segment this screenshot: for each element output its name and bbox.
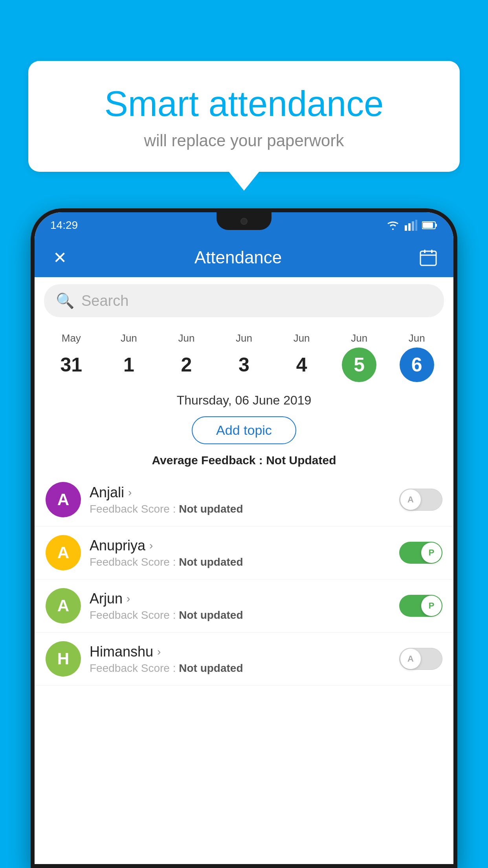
student-info: Anjali ›Feedback Score : Not updated: [90, 484, 391, 515]
date-item[interactable]: Jun5: [330, 332, 388, 382]
attendance-toggle[interactable]: A: [399, 489, 442, 511]
date-day: 6: [400, 348, 434, 382]
notch: [216, 212, 272, 230]
date-month: Jun: [121, 332, 137, 344]
svg-rect-1: [408, 223, 411, 231]
feedback-score: Feedback Score : Not updated: [90, 609, 391, 622]
wifi-icon: [386, 220, 400, 231]
student-item: HHimanshu ›Feedback Score : Not updatedA: [35, 633, 453, 686]
svg-rect-9: [431, 250, 433, 253]
student-info: Arjun ›Feedback Score : Not updated: [90, 590, 391, 622]
calendar-button[interactable]: [417, 246, 439, 268]
bubble-subtitle: will replace your paperwork: [48, 131, 440, 150]
student-name[interactable]: Arjun ›: [90, 590, 391, 607]
camera: [240, 218, 248, 225]
status-icons: [386, 220, 438, 231]
student-name[interactable]: Anupriya ›: [90, 537, 391, 554]
student-name[interactable]: Anjali ›: [90, 484, 391, 501]
avatar: A: [46, 535, 81, 570]
toggle-knob: A: [400, 489, 421, 510]
date-month: May: [62, 332, 81, 344]
student-item: AAnupriya ›Feedback Score : Not updatedP: [35, 526, 453, 579]
avatar: A: [46, 588, 81, 623]
date-day: 1: [112, 348, 146, 382]
svg-rect-0: [405, 225, 407, 231]
app-bar: ✕ Attendance: [35, 238, 453, 277]
status-time: 14:29: [50, 219, 78, 232]
date-month: Jun: [351, 332, 367, 344]
toggle-container[interactable]: A: [399, 648, 442, 670]
phone-frame: 14:29: [31, 208, 457, 868]
add-topic-container: Add topic: [35, 412, 453, 451]
toggle-knob: A: [400, 649, 421, 669]
app-bar-title: Attendance: [71, 248, 405, 267]
status-bar: 14:29: [35, 212, 453, 238]
toggle-knob: P: [421, 542, 442, 563]
svg-rect-2: [412, 221, 414, 231]
search-input[interactable]: Search: [81, 292, 128, 309]
search-container: 🔍 Search: [35, 277, 453, 324]
toggle-container[interactable]: P: [399, 595, 442, 617]
date-day: 5: [342, 348, 376, 382]
svg-rect-7: [420, 251, 436, 265]
date-item[interactable]: Jun6: [388, 332, 446, 382]
toggle-container[interactable]: P: [399, 542, 442, 564]
feedback-score: Feedback Score : Not updated: [90, 503, 391, 515]
svg-rect-6: [423, 223, 433, 228]
search-icon: 🔍: [56, 292, 74, 309]
date-day: 31: [54, 348, 88, 382]
toggle-container[interactable]: A: [399, 489, 442, 511]
date-item[interactable]: Jun3: [215, 332, 273, 382]
speech-bubble: Smart attendance will replace your paper…: [28, 61, 460, 172]
chevron-icon: ›: [149, 539, 153, 552]
svg-rect-3: [415, 220, 417, 231]
signal-icon: [405, 220, 417, 231]
avg-feedback: Average Feedback : Not Updated: [35, 451, 453, 473]
date-day: 2: [169, 348, 204, 382]
date-item[interactable]: Jun2: [158, 332, 215, 382]
date-row: May31Jun1Jun2Jun3Jun4Jun5Jun6: [35, 324, 453, 386]
close-button[interactable]: ✕: [49, 246, 71, 268]
chevron-icon: ›: [157, 645, 161, 658]
date-day: 3: [227, 348, 261, 382]
date-month: Jun: [294, 332, 310, 344]
student-item: AArjun ›Feedback Score : Not updatedP: [35, 579, 453, 633]
svg-rect-8: [424, 250, 426, 253]
date-month: Jun: [236, 332, 252, 344]
date-day: 4: [284, 348, 319, 382]
toggle-knob: P: [421, 596, 442, 616]
attendance-toggle[interactable]: A: [399, 648, 442, 670]
feedback-score: Feedback Score : Not updated: [90, 662, 391, 675]
avatar: H: [46, 641, 81, 677]
feedback-score: Feedback Score : Not updated: [90, 556, 391, 568]
date-item[interactable]: Jun1: [100, 332, 158, 382]
date-month: Jun: [178, 332, 194, 344]
avatar: A: [46, 482, 81, 517]
date-item[interactable]: May31: [42, 332, 100, 382]
chevron-icon: ›: [128, 486, 132, 499]
date-month: Jun: [409, 332, 425, 344]
battery-icon: [422, 221, 438, 230]
svg-rect-5: [435, 224, 437, 227]
student-info: Himanshu ›Feedback Score : Not updated: [90, 644, 391, 675]
student-list: AAnjali ›Feedback Score : Not updatedAAA…: [35, 473, 453, 686]
chevron-icon: ›: [127, 592, 130, 605]
add-topic-button[interactable]: Add topic: [192, 416, 296, 444]
search-bar[interactable]: 🔍 Search: [44, 284, 444, 317]
attendance-toggle[interactable]: P: [399, 542, 442, 564]
student-info: Anupriya ›Feedback Score : Not updated: [90, 537, 391, 568]
attendance-toggle[interactable]: P: [399, 595, 442, 617]
bubble-title: Smart attendance: [48, 85, 440, 123]
phone-inner: 14:29: [35, 212, 453, 864]
date-item[interactable]: Jun4: [273, 332, 330, 382]
student-name[interactable]: Himanshu ›: [90, 644, 391, 660]
calendar-icon: [419, 248, 438, 267]
selected-date-label: Thursday, 06 June 2019: [35, 386, 453, 412]
student-item: AAnjali ›Feedback Score : Not updatedA: [35, 473, 453, 526]
